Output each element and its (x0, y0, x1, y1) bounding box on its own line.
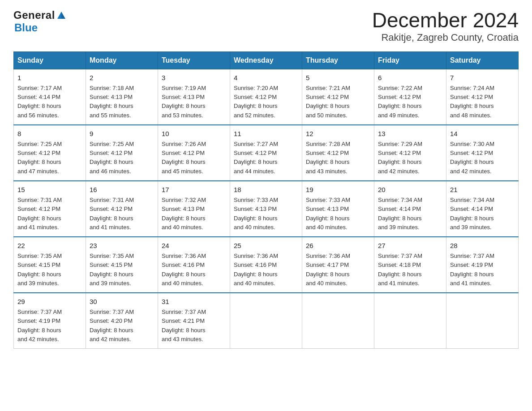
day-info: Sunrise: 7:37 AMSunset: 4:19 PMDaylight:… (450, 253, 494, 286)
calendar-week-5: 29Sunrise: 7:37 AMSunset: 4:19 PMDayligh… (14, 293, 519, 349)
month-title: December 2024 (372, 9, 519, 32)
calendar-cell: 3Sunrise: 7:19 AMSunset: 4:13 PMDaylight… (158, 69, 230, 125)
header-monday: Monday (86, 51, 158, 69)
day-info: Sunrise: 7:34 AMSunset: 4:14 PMDaylight:… (450, 197, 494, 230)
day-number: 27 (378, 241, 442, 251)
day-info: Sunrise: 7:28 AMSunset: 4:12 PMDaylight:… (306, 141, 350, 174)
day-number: 17 (162, 185, 226, 195)
header-friday: Friday (374, 51, 446, 69)
calendar-cell: 2Sunrise: 7:18 AMSunset: 4:13 PMDaylight… (86, 69, 158, 125)
day-info: Sunrise: 7:32 AMSunset: 4:13 PMDaylight:… (162, 197, 206, 230)
day-number: 10 (162, 129, 226, 139)
day-info: Sunrise: 7:36 AMSunset: 4:16 PMDaylight:… (234, 253, 278, 286)
day-info: Sunrise: 7:20 AMSunset: 4:12 PMDaylight:… (234, 85, 278, 118)
day-number: 1 (17, 73, 82, 83)
calendar-cell: 18Sunrise: 7:33 AMSunset: 4:13 PMDayligh… (230, 181, 302, 237)
calendar-cell: 9Sunrise: 7:25 AMSunset: 4:12 PMDaylight… (86, 125, 158, 181)
day-number: 6 (378, 73, 442, 83)
day-number: 9 (90, 129, 154, 139)
calendar-cell: 26Sunrise: 7:36 AMSunset: 4:17 PMDayligh… (302, 237, 374, 293)
calendar-week-3: 15Sunrise: 7:31 AMSunset: 4:12 PMDayligh… (14, 181, 519, 237)
calendar-cell: 8Sunrise: 7:25 AMSunset: 4:12 PMDaylight… (14, 125, 86, 181)
calendar-cell: 11Sunrise: 7:27 AMSunset: 4:12 PMDayligh… (230, 125, 302, 181)
page-header: General Blue December 2024 Rakitje, Zagr… (13, 9, 519, 43)
day-number: 28 (450, 241, 515, 251)
calendar-cell: 4Sunrise: 7:20 AMSunset: 4:12 PMDaylight… (230, 69, 302, 125)
day-info: Sunrise: 7:19 AMSunset: 4:13 PMDaylight:… (162, 85, 206, 118)
calendar-cell: 7Sunrise: 7:24 AMSunset: 4:12 PMDaylight… (446, 69, 519, 125)
day-number: 15 (17, 185, 82, 195)
day-number: 25 (234, 241, 298, 251)
day-info: Sunrise: 7:17 AMSunset: 4:14 PMDaylight:… (17, 85, 62, 118)
calendar-cell: 21Sunrise: 7:34 AMSunset: 4:14 PMDayligh… (446, 181, 519, 237)
logo-blue-text: Blue (14, 21, 38, 34)
day-number: 31 (162, 297, 226, 307)
calendar-cell: 28Sunrise: 7:37 AMSunset: 4:19 PMDayligh… (446, 237, 519, 293)
title-area: December 2024 Rakitje, Zagreb County, Cr… (372, 9, 519, 43)
calendar-cell: 25Sunrise: 7:36 AMSunset: 4:16 PMDayligh… (230, 237, 302, 293)
calendar-cell (374, 293, 446, 349)
calendar-cell: 13Sunrise: 7:29 AMSunset: 4:12 PMDayligh… (374, 125, 446, 181)
calendar-cell (302, 293, 374, 349)
logo-general-text: General (13, 9, 55, 21)
calendar-cell: 30Sunrise: 7:37 AMSunset: 4:20 PMDayligh… (86, 293, 158, 349)
day-number: 21 (450, 185, 515, 195)
day-info: Sunrise: 7:24 AMSunset: 4:12 PMDaylight:… (450, 85, 494, 118)
day-number: 26 (306, 241, 370, 251)
calendar-cell: 16Sunrise: 7:31 AMSunset: 4:12 PMDayligh… (86, 181, 158, 237)
header-saturday: Saturday (446, 51, 519, 69)
day-number: 12 (306, 129, 370, 139)
day-number: 30 (90, 297, 154, 307)
day-number: 22 (17, 241, 82, 251)
header-thursday: Thursday (302, 51, 374, 69)
day-number: 11 (234, 129, 298, 139)
day-number: 19 (306, 185, 370, 195)
day-info: Sunrise: 7:25 AMSunset: 4:12 PMDaylight:… (17, 141, 62, 174)
day-info: Sunrise: 7:27 AMSunset: 4:12 PMDaylight:… (234, 141, 278, 174)
calendar-cell (230, 293, 302, 349)
day-info: Sunrise: 7:33 AMSunset: 4:13 PMDaylight:… (234, 197, 278, 230)
calendar-cell: 10Sunrise: 7:26 AMSunset: 4:12 PMDayligh… (158, 125, 230, 181)
calendar-cell: 15Sunrise: 7:31 AMSunset: 4:12 PMDayligh… (14, 181, 86, 237)
day-number: 23 (90, 241, 154, 251)
day-info: Sunrise: 7:33 AMSunset: 4:13 PMDaylight:… (306, 197, 350, 230)
day-info: Sunrise: 7:36 AMSunset: 4:17 PMDaylight:… (306, 253, 350, 286)
calendar-table: SundayMondayTuesdayWednesdayThursdayFrid… (13, 51, 519, 349)
day-number: 14 (450, 129, 515, 139)
calendar-cell: 17Sunrise: 7:32 AMSunset: 4:13 PMDayligh… (158, 181, 230, 237)
day-info: Sunrise: 7:37 AMSunset: 4:21 PMDaylight:… (162, 308, 206, 342)
day-number: 3 (162, 73, 226, 83)
day-info: Sunrise: 7:25 AMSunset: 4:12 PMDaylight:… (90, 141, 134, 174)
calendar-cell: 27Sunrise: 7:37 AMSunset: 4:18 PMDayligh… (374, 237, 446, 293)
day-info: Sunrise: 7:21 AMSunset: 4:12 PMDaylight:… (306, 85, 350, 118)
calendar-cell: 6Sunrise: 7:22 AMSunset: 4:12 PMDaylight… (374, 69, 446, 125)
day-number: 7 (450, 73, 515, 83)
day-info: Sunrise: 7:35 AMSunset: 4:15 PMDaylight:… (90, 253, 134, 286)
calendar-cell: 14Sunrise: 7:30 AMSunset: 4:12 PMDayligh… (446, 125, 519, 181)
day-number: 20 (378, 185, 442, 195)
logo-triangle-icon (57, 12, 61, 19)
day-number: 16 (90, 185, 154, 195)
day-info: Sunrise: 7:37 AMSunset: 4:19 PMDaylight:… (17, 308, 62, 342)
day-info: Sunrise: 7:37 AMSunset: 4:18 PMDaylight:… (378, 253, 422, 286)
header-wednesday: Wednesday (230, 51, 302, 69)
logo: General Blue (13, 9, 65, 34)
day-number: 29 (17, 297, 82, 307)
day-number: 4 (234, 73, 298, 83)
calendar-week-4: 22Sunrise: 7:35 AMSunset: 4:15 PMDayligh… (14, 237, 519, 293)
calendar-cell: 19Sunrise: 7:33 AMSunset: 4:13 PMDayligh… (302, 181, 374, 237)
calendar-cell (446, 293, 519, 349)
calendar-cell: 1Sunrise: 7:17 AMSunset: 4:14 PMDaylight… (14, 69, 86, 125)
day-info: Sunrise: 7:37 AMSunset: 4:20 PMDaylight:… (90, 308, 134, 342)
day-number: 2 (90, 73, 154, 83)
calendar-cell: 29Sunrise: 7:37 AMSunset: 4:19 PMDayligh… (14, 293, 86, 349)
day-info: Sunrise: 7:36 AMSunset: 4:16 PMDaylight:… (162, 253, 206, 286)
day-info: Sunrise: 7:30 AMSunset: 4:12 PMDaylight:… (450, 141, 494, 174)
day-number: 13 (378, 129, 442, 139)
day-info: Sunrise: 7:31 AMSunset: 4:12 PMDaylight:… (17, 197, 62, 230)
calendar-cell: 5Sunrise: 7:21 AMSunset: 4:12 PMDaylight… (302, 69, 374, 125)
header-tuesday: Tuesday (158, 51, 230, 69)
day-info: Sunrise: 7:18 AMSunset: 4:13 PMDaylight:… (90, 85, 134, 118)
day-number: 5 (306, 73, 370, 83)
day-number: 18 (234, 185, 298, 195)
